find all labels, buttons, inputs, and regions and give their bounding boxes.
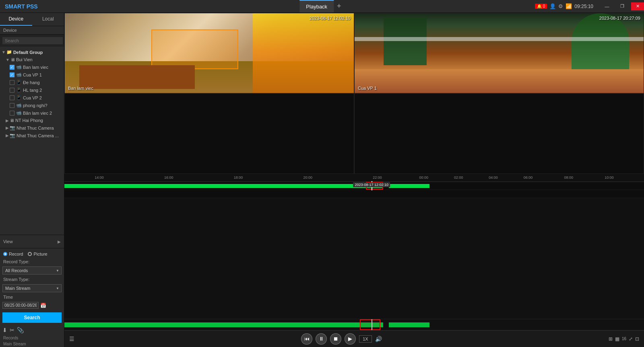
controls-right: ⊞ ▦ 16 ⤢ ⊡ [609, 336, 639, 342]
tree-checkbox[interactable] [10, 103, 14, 108]
layout-icon-grid[interactable]: ⊡ [635, 336, 639, 342]
tree-checkbox[interactable] [10, 111, 14, 116]
tree-item-cua-vp-2[interactable]: 📱 Cua VP 2 [0, 94, 64, 101]
tree-item-phong-nghi[interactable]: 📹 phong nghi? [0, 101, 64, 109]
tree-checkbox[interactable]: ✓ [10, 65, 14, 70]
calendar-icon[interactable]: 📅 [40, 303, 46, 308]
system-time: 09:25:10 [574, 4, 598, 9]
tree-label: Nhat Thuc Camera ... [17, 133, 59, 138]
layout-icon-expand[interactable]: ⤢ [629, 336, 633, 342]
restore-button[interactable]: ❐ [616, 2, 629, 10]
tree-label: Bân lam viec 2 [23, 111, 52, 116]
stop-button[interactable]: ⏹ [330, 333, 341, 345]
camera2-icon: 📷 [10, 133, 15, 138]
step-back-button[interactable]: ⏮ [301, 333, 312, 345]
minimize-button[interactable]: — [601, 2, 613, 10]
timeline-cursor-label: 2023-08-17 12:02:10 [353, 182, 390, 187]
cut-icon[interactable]: ✂ [10, 327, 14, 333]
folder-icon: 📁 [6, 50, 12, 55]
stream-type-select[interactable]: Main Stream [2, 284, 62, 292]
sidebar-tab-device[interactable]: Device [0, 13, 32, 26]
main-layout: Device Local Device 🔍 ▼ 📁 Default Group … [0, 13, 644, 347]
tree-checkbox[interactable] [10, 88, 14, 93]
device-icon: 📱 [16, 95, 22, 100]
tree-item-default-group[interactable]: ▼ 📁 Default Group [0, 48, 64, 56]
tab-add-button[interactable]: + [334, 0, 345, 12]
tree-label: NT Hai Phong [15, 118, 43, 123]
tree-item-de-hang[interactable]: 📱 Đe hang [0, 78, 64, 86]
tl-label-8: 06:00 [524, 176, 533, 180]
close-button[interactable]: ✕ [631, 2, 644, 10]
tree-item-cua-vp-1[interactable]: ✓ 📹 Cua VP 1 [0, 71, 64, 78]
record-radio-dot [3, 252, 7, 256]
tree-item-nt-hai-phong[interactable]: ▶ 🖥 NT Hai Phong [0, 117, 64, 124]
tree-item-nhat-thuc-cam1[interactable]: ▶ 📷 Nhat Thuc Camera [0, 124, 64, 132]
tree-checkbox[interactable] [10, 80, 14, 85]
time-input-row: 📅 [0, 301, 64, 310]
notification-count: 0 [543, 4, 545, 8]
timeline-bottom-cursor [372, 319, 372, 330]
app-logo: SMART PSS [0, 3, 38, 10]
tab-playback[interactable]: Playback [299, 0, 334, 12]
tl-label-10: 10:00 [605, 176, 614, 180]
stream-type-label: Stream Type: [0, 276, 64, 283]
search-row: 🔍 [0, 35, 64, 47]
notification-badge[interactable]: 🔔 0 [535, 4, 547, 9]
controls-center: ⏮ ⏸ ⏹ ▶ 1X 🔊 [301, 333, 382, 345]
search-input[interactable] [2, 37, 63, 44]
expand-arrow: ▶ [6, 126, 9, 130]
tree-item-ban-lam-viec-2[interactable]: 📹 Bân lam viec 2 [0, 109, 64, 117]
layout-icon-2[interactable]: ▦ [615, 336, 619, 342]
camera-icon: 📹 [16, 103, 22, 108]
expand-arrow: ▶ [6, 118, 9, 123]
layout-icon-16[interactable]: 16 [622, 337, 626, 341]
stream-type-select-wrap: Main Stream [2, 284, 62, 292]
tree-item-nhat-thuc-cam2[interactable]: ▶ 📷 Nhat Thuc Camera ... [0, 132, 64, 139]
divider2 [0, 248, 64, 248]
green-bar-1 [64, 184, 383, 188]
tree-checkbox[interactable]: ✓ [10, 72, 14, 77]
layout-icon-1[interactable]: ⊞ [609, 336, 613, 342]
volume-icon[interactable]: 🔊 [375, 336, 382, 342]
pause-button[interactable]: ⏸ [316, 333, 327, 345]
tree-item-hl-tang-2[interactable]: 📱 HL tang 2 [0, 86, 64, 94]
settings-icon[interactable]: ⚙ [558, 3, 563, 9]
video-cell-cam2: 2023-08-17 20:27:09 Cua VP 1 [354, 13, 644, 93]
nvr-icon: 🖥 [10, 57, 15, 62]
tree-checkbox[interactable] [10, 95, 14, 100]
tl-label-5: 00:00 [419, 176, 429, 180]
sidebar-tab-local[interactable]: Local [32, 13, 64, 26]
panel-tab-bar: Device Local [0, 13, 64, 26]
record-type-select[interactable]: All Records [2, 266, 62, 275]
clip-icon[interactable]: 📎 [17, 327, 24, 333]
view-section[interactable]: View ▶ [0, 237, 64, 246]
timeline-row-2[interactable] [64, 190, 644, 198]
download-icon[interactable]: ⬇ [2, 327, 7, 333]
camera-icon: 📹 [16, 110, 22, 116]
view-label: View [3, 239, 13, 244]
tl-label-6: 02:00 [454, 176, 463, 180]
play-button[interactable]: ▶ [345, 333, 356, 345]
time-range-input[interactable] [2, 302, 39, 309]
tree-item-bui-vien[interactable]: ▼ 🖥 Bui Vien [0, 56, 64, 63]
menu-icon[interactable]: ☰ [69, 336, 74, 342]
timeline-ruler: 14:00 16:00 18:00 20:00 22:00 00:00 02:0… [64, 174, 644, 182]
time-label: Time [0, 293, 64, 301]
app-name-smart: SMART [5, 3, 25, 10]
user-icon[interactable]: 👤 [549, 3, 556, 9]
timeline-tracks[interactable]: 3 2023-08-17 12:02:10 [64, 182, 644, 319]
picture-radio[interactable]: Picture [28, 252, 47, 256]
connection-icon[interactable]: 📶 [566, 3, 572, 9]
timeline-red-box [360, 319, 380, 330]
record-radio[interactable]: Record [3, 252, 23, 256]
speed-button[interactable]: 1X [359, 335, 372, 343]
search-button[interactable]: Search [2, 312, 62, 323]
tree-label: Ban lam viec [23, 65, 48, 70]
tl-label-1: 16:00 [164, 176, 173, 180]
timeline-bottom[interactable] [64, 319, 644, 330]
nvr-icon: 🖥 [10, 118, 14, 123]
tree-item-ban-lam-viec[interactable]: ✓ 📹 Ban lam viec [0, 63, 64, 71]
video-cell-cam1: 2023-08-17 12:02:10 Ban lam viec [64, 13, 354, 93]
tree-label: HL tang 2 [23, 88, 42, 93]
title-bar: SMART PSS Playback + 🔔 0 👤 ⚙ 📶 09:25:10 … [0, 0, 644, 13]
